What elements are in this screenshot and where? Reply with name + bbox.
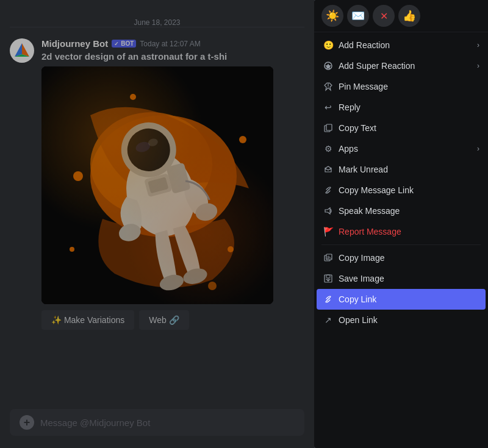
svg-marker-29 bbox=[325, 208, 330, 214]
svg-point-18 bbox=[117, 221, 143, 243]
arrow-right-icon: › bbox=[477, 41, 479, 49]
svg-rect-3 bbox=[41, 66, 273, 304]
menu-item-open-link[interactable]: ↗ Open Link bbox=[317, 310, 486, 330]
message-input-area: + Message @Midjourney Bot bbox=[0, 403, 314, 448]
menu-label-copy-image: Copy Image bbox=[339, 253, 384, 263]
bot-badge: ✓ BOT bbox=[112, 40, 136, 48]
svg-line-36 bbox=[327, 298, 329, 300]
svg-point-10 bbox=[130, 94, 136, 100]
copy-link-icon bbox=[323, 185, 334, 196]
save-image-icon bbox=[323, 273, 334, 284]
date-separator: June 18, 2023 bbox=[10, 6, 304, 27]
menu-item-save-image[interactable]: Save Image bbox=[317, 268, 486, 289]
menu-item-apps[interactable]: ⚙ Apps › bbox=[317, 138, 486, 159]
mark-unread-icon bbox=[323, 164, 334, 175]
make-variations-button[interactable]: ✨ Make Variations bbox=[41, 310, 134, 330]
message-content: Midjourney Bot ✓ BOT Today at 12:07 AM 2… bbox=[41, 38, 304, 330]
menu-label-add-reaction: Add Reaction bbox=[339, 40, 390, 50]
context-menu: ☀️ ✉️ ✕ 👍 🙂 Add Reaction › Add Super Rea… bbox=[314, 0, 488, 448]
menu-label-apps: Apps bbox=[339, 144, 358, 154]
menu-label-copy-text: Copy Text bbox=[339, 123, 376, 133]
svg-point-14 bbox=[123, 124, 175, 176]
svg-point-20 bbox=[158, 272, 185, 293]
message-header: Midjourney Bot ✓ BOT Today at 12:07 AM bbox=[41, 38, 304, 49]
menu-divider-1 bbox=[321, 244, 481, 245]
menu-item-add-reaction[interactable]: 🙂 Add Reaction › bbox=[317, 35, 486, 55]
svg-point-12 bbox=[117, 144, 204, 244]
menu-item-copy-message-link[interactable]: Copy Message Link bbox=[317, 180, 486, 201]
reaction-x[interactable]: ✕ bbox=[373, 5, 395, 27]
message-image bbox=[41, 66, 273, 304]
menu-label-copy-link: Copy Link bbox=[339, 294, 376, 304]
svg-point-7 bbox=[239, 136, 246, 143]
copy-image-icon bbox=[323, 252, 334, 263]
menu-item-copy-text[interactable]: Copy Text bbox=[317, 118, 486, 138]
reaction-envelope[interactable]: ✉️ bbox=[347, 5, 369, 27]
menu-item-speak-message[interactable]: Speak Message bbox=[317, 201, 486, 221]
username: Midjourney Bot bbox=[41, 38, 108, 49]
open-link-icon: ↗ bbox=[323, 315, 334, 325]
astronaut-svg bbox=[41, 66, 273, 304]
menu-label-save-image: Save Image bbox=[339, 274, 384, 283]
report-message-icon: 🚩 bbox=[323, 226, 334, 237]
svg-rect-27 bbox=[326, 124, 332, 130]
menu-label-open-link: Open Link bbox=[339, 315, 378, 325]
check-icon: ✓ bbox=[114, 41, 119, 47]
super-reaction-icon bbox=[323, 60, 334, 71]
svg-rect-17 bbox=[148, 177, 168, 193]
menu-item-add-super-reaction[interactable]: Add Super Reaction › bbox=[317, 55, 486, 76]
menu-label-add-super-reaction: Add Super Reaction bbox=[339, 61, 415, 71]
menu-item-copy-link[interactable]: Copy Link bbox=[317, 289, 486, 310]
svg-point-21 bbox=[182, 266, 209, 286]
astronaut-background bbox=[41, 66, 273, 304]
context-menu-items: 🙂 Add Reaction › Add Super Reaction › bbox=[314, 32, 488, 333]
svg-point-19 bbox=[193, 201, 219, 223]
menu-label-pin-message: Pin Message bbox=[339, 82, 388, 91]
speak-message-icon bbox=[323, 205, 334, 216]
message-text: 2d vector design of an astronaut for a t… bbox=[41, 51, 304, 62]
copy-link-2-icon bbox=[323, 294, 334, 305]
arrow-right-icon-3: › bbox=[477, 144, 479, 153]
menu-label-mark-unread: Mark Unread bbox=[339, 165, 388, 174]
arrow-right-icon-2: › bbox=[477, 62, 479, 70]
message-container: Midjourney Bot ✓ BOT Today at 12:07 AM 2… bbox=[0, 34, 314, 335]
timestamp: Today at 12:07 AM bbox=[140, 40, 200, 48]
menu-label-reply: Reply bbox=[339, 102, 361, 112]
menu-item-pin-message[interactable]: Pin Message bbox=[317, 76, 486, 97]
add-reaction-icon: 🙂 bbox=[323, 40, 334, 51]
reply-icon: ↩ bbox=[323, 102, 334, 113]
add-attachment-button[interactable]: + bbox=[20, 415, 34, 430]
svg-rect-34 bbox=[326, 275, 330, 278]
chat-area: June 18, 2023 Midjourney Bot ✓ BOT Today… bbox=[0, 0, 314, 448]
svg-point-8 bbox=[228, 246, 234, 252]
avatar bbox=[10, 38, 34, 63]
menu-label-report-message: Report Message bbox=[339, 227, 401, 236]
menu-label-speak-message: Speak Message bbox=[339, 206, 400, 216]
svg-point-11 bbox=[208, 282, 217, 290]
menu-label-copy-message-link: Copy Message Link bbox=[339, 185, 414, 195]
menu-item-mark-unread[interactable]: Mark Unread bbox=[317, 159, 486, 180]
svg-point-5 bbox=[90, 112, 212, 216]
reaction-bar: ☀️ ✉️ ✕ 👍 bbox=[314, 0, 488, 32]
reaction-sun[interactable]: ☀️ bbox=[321, 5, 343, 27]
apps-icon: ⚙ bbox=[323, 143, 334, 154]
copy-text-icon bbox=[323, 123, 334, 133]
svg-line-28 bbox=[327, 189, 329, 191]
svg-rect-22 bbox=[166, 163, 191, 194]
menu-item-report-message[interactable]: 🚩 Report Message bbox=[317, 221, 486, 242]
svg-rect-16 bbox=[144, 173, 172, 197]
svg-point-9 bbox=[70, 247, 74, 252]
svg-point-15 bbox=[135, 140, 151, 154]
reaction-thumbsup[interactable]: 👍 bbox=[398, 5, 420, 27]
web-button[interactable]: Web 🔗 bbox=[139, 310, 188, 330]
input-placeholder[interactable]: Message @Midjourney Bot bbox=[40, 418, 150, 428]
pin-icon bbox=[323, 81, 334, 92]
svg-point-4 bbox=[90, 115, 237, 237]
svg-point-23 bbox=[148, 138, 159, 148]
message-input: + Message @Midjourney Bot bbox=[10, 409, 304, 436]
image-buttons: ✨ Make Variations Web 🔗 bbox=[41, 310, 304, 330]
menu-item-reply[interactable]: ↩ Reply bbox=[317, 97, 486, 118]
svg-point-13 bbox=[115, 116, 182, 183]
svg-point-6 bbox=[73, 171, 83, 181]
menu-item-copy-image[interactable]: Copy Image bbox=[317, 247, 486, 268]
